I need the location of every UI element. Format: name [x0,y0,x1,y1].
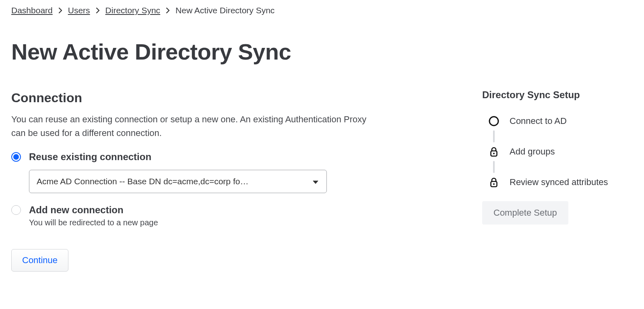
radio-subtext-add-new: You will be redirected to a new page [29,218,446,227]
setup-stepper: Directory Sync Setup Connect to AD Add g… [482,6,627,272]
breadcrumb-current: New Active Directory Sync [175,6,275,15]
select-value: Acme AD Connection -- Base DN dc=acme,dc… [37,177,248,186]
svg-point-2 [493,153,495,154]
chevron-right-icon [166,8,170,13]
svg-point-0 [489,117,498,126]
svg-point-4 [493,183,495,185]
breadcrumb-link-directory-sync[interactable]: Directory Sync [105,6,161,15]
option-reuse-existing[interactable]: Reuse existing connection [11,151,446,163]
radio-unselected-icon [11,205,21,215]
option-add-new[interactable]: Add new connection [11,204,446,216]
chevron-right-icon [96,8,100,13]
section-description: You can reuse an existing connection or … [11,113,382,140]
stepper-title: Directory Sync Setup [482,89,627,101]
existing-connection-select[interactable]: Acme AD Connection -- Base DN dc=acme,dc… [29,170,327,193]
page-title: New Active Directory Sync [11,39,446,65]
radio-label-reuse: Reuse existing connection [29,151,151,163]
step-review-attributes: Review synced attributes [488,176,627,188]
lock-icon [488,176,500,188]
circle-outline-icon [488,115,500,127]
step-connect-to-ad[interactable]: Connect to AD [488,115,627,127]
breadcrumb-link-dashboard[interactable]: Dashboard [11,6,53,15]
radio-label-add-new: Add new connection [29,204,124,216]
step-label: Add groups [510,146,555,157]
section-title-connection: Connection [11,91,446,105]
radio-selected-icon [11,152,21,162]
lock-icon [488,146,500,158]
step-label: Review synced attributes [510,177,608,187]
continue-button[interactable]: Continue [11,249,68,272]
caret-down-icon [313,177,318,186]
breadcrumb-link-users[interactable]: Users [68,6,90,15]
step-connector [493,130,495,142]
step-label: Connect to AD [510,116,567,126]
complete-setup-button[interactable]: Complete Setup [482,201,568,225]
breadcrumb: Dashboard Users Directory Sync New Activ… [11,6,446,15]
step-add-groups: Add groups [488,146,627,158]
step-connector [493,161,495,173]
chevron-right-icon [58,8,62,13]
